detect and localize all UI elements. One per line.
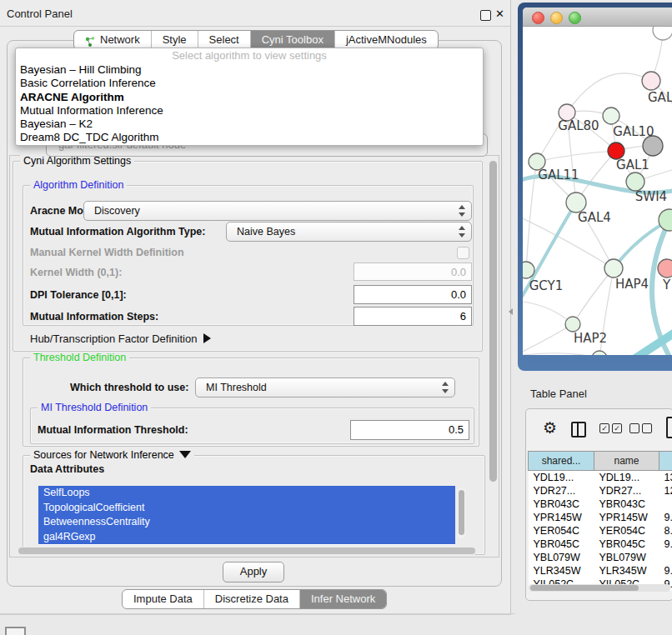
dropdown-item[interactable]: Bayesian – K2 <box>16 118 483 131</box>
tab-discretize-data[interactable]: Discretize Data <box>203 590 299 608</box>
attribute-list-item[interactable]: SelfLoops <box>38 486 455 501</box>
mi-algorithm-type-combo[interactable]: Naive Bayes <box>226 222 472 242</box>
float-icon[interactable] <box>480 10 491 21</box>
control-panel-title: Control Panel <box>7 8 73 20</box>
network-node[interactable] <box>653 27 672 40</box>
dropdown-item[interactable]: Dream8 DC_TDC Algorithm <box>16 131 483 144</box>
settings-scrollbar[interactable] <box>489 158 498 553</box>
attributes-hscrollbar[interactable] <box>17 547 478 555</box>
network-window-titlebar[interactable] <box>523 8 672 27</box>
table-row[interactable]: YDL19...YDL19...13 <box>529 471 672 485</box>
mi-threshold-field[interactable]: 0.5 <box>350 420 469 440</box>
column-header[interactable]: name <box>594 452 659 471</box>
expand-arrow-icon <box>203 333 211 343</box>
dropdown-item[interactable]: ARACNE Algorithm <box>16 91 483 104</box>
network-node-gal10[interactable] <box>603 108 619 124</box>
hub-definition-label: Hub/Transcription Factor Definition <box>30 332 197 345</box>
control-panel: Control Panel ✕ NetworkStyleSelectCyni T… <box>0 0 511 615</box>
minimized-window[interactable] <box>5 627 26 635</box>
mi-algorithm-type-label: Mutual Information Algorithm Type: <box>30 226 205 238</box>
apply-button[interactable]: Apply <box>223 562 284 582</box>
table-hscrollbar[interactable] <box>529 584 670 592</box>
network-node[interactable] <box>659 209 672 231</box>
table-hscrollbar-thumb[interactable] <box>530 585 639 591</box>
checked-checkbox-icon[interactable]: ✓ <box>599 423 609 433</box>
table-header-row: shared...name <box>529 452 672 471</box>
network-canvas[interactable]: GALGAL80GAL10GAL1GAL11SWI4GAL4GCY1HAP4YH… <box>523 27 672 355</box>
attribute-list-item[interactable]: BetweennessCentrality <box>38 515 455 530</box>
table-cell: YDL19... <box>594 471 659 485</box>
table-cell: YDR27... <box>529 484 594 498</box>
table-row[interactable]: YLR345WYLR345W9. <box>529 564 672 578</box>
dropdown-item[interactable]: Mutual Information Inference <box>16 104 483 118</box>
tab-infer-network[interactable]: Infer Network <box>299 590 386 608</box>
minimize-traffic-light-icon[interactable] <box>550 12 563 24</box>
table-cell: 9. <box>659 511 672 524</box>
tab-jactivemnodules[interactable]: jActiveMNodules <box>334 31 438 49</box>
attribute-list-item[interactable]: gal4RGexp <box>38 530 455 545</box>
aracne-mode-value: Discovery <box>94 205 140 217</box>
table-cell: YPR145W <box>529 511 594 524</box>
mi-steps-field[interactable]: 6 <box>354 307 472 326</box>
dpi-tolerance-field[interactable]: 0.0 <box>354 285 472 304</box>
table-row[interactable]: YBR043CYBR043C <box>529 498 672 511</box>
unchecked-checkbox-icon[interactable] <box>642 423 652 433</box>
network-node-gal1[interactable] <box>608 142 624 159</box>
network-node-gal[interactable] <box>642 72 660 90</box>
split-pane-collapse-icon[interactable] <box>509 308 513 315</box>
attributes-scrollbar[interactable] <box>458 488 465 538</box>
close-icon[interactable]: ✕ <box>495 8 504 20</box>
network-icon <box>85 35 96 46</box>
control-panel-titlebar: Control Panel ✕ <box>0 2 510 27</box>
checked-checkbox-icon[interactable]: ✓ <box>612 423 622 433</box>
table-row[interactable]: YBL079WYBL079W <box>529 551 672 564</box>
aracne-mode-combo[interactable]: Discovery <box>83 201 472 221</box>
dropdown-item[interactable]: Bayesian – Hill Climbing <box>16 63 483 77</box>
gear-icon[interactable]: ⚙ <box>543 418 557 438</box>
bottom-tabs: Impute DataDiscretize DataInfer Network <box>122 589 387 609</box>
manual-kernel-checkbox[interactable] <box>457 247 469 259</box>
mi-algorithm-type-value: Naive Bayes <box>237 226 295 238</box>
table-cell: 12 <box>659 484 672 498</box>
dropdown-items: Bayesian – Hill ClimbingBasic Correlatio… <box>16 63 483 145</box>
table-row[interactable]: YER054CYER054C8. <box>529 524 672 538</box>
column-header[interactable]: shared... <box>529 452 594 471</box>
table-row[interactable]: YBR045CYBR045C9. <box>529 538 672 551</box>
tab-select[interactable]: Select <box>198 31 250 49</box>
hub-definition-toggle[interactable]: Hub/Transcription Factor Definition <box>30 332 211 345</box>
zoom-traffic-light-icon[interactable] <box>569 12 581 24</box>
tab-network[interactable]: Network <box>74 31 151 49</box>
network-node-gcy1[interactable] <box>523 262 534 278</box>
attributes-hscrollbar-thumb[interactable] <box>18 548 475 554</box>
document-icon[interactable] <box>666 417 672 438</box>
unchecked-checkbox-icon[interactable] <box>629 423 639 433</box>
split-columns-icon[interactable] <box>571 422 586 438</box>
table-cell: YDL19... <box>529 471 594 485</box>
which-threshold-value: MI Threshold <box>206 382 267 393</box>
network-node-y[interactable] <box>658 259 672 278</box>
network-node-swi4[interactable] <box>626 172 644 191</box>
network-node-hap2[interactable] <box>565 317 580 332</box>
tab-impute-data[interactable]: Impute Data <box>123 590 203 608</box>
tab-cyni-toolbox[interactable]: Cyni Toolbox <box>250 31 334 49</box>
dropdown-item[interactable]: Basic Correlation Inference <box>16 77 483 90</box>
attributes-scrollbar-thumb[interactable] <box>459 490 464 535</box>
kernel-width-field[interactable]: 0.0 <box>354 262 472 281</box>
node-table: shared...name YDL19...YDL19...13YDR27...… <box>528 451 672 591</box>
network-node-hap4[interactable] <box>604 259 623 278</box>
mi-threshold-title: MI Threshold Definition <box>38 402 151 413</box>
table-cell: YPR145W <box>594 511 659 524</box>
network-node[interactable] <box>592 351 607 355</box>
close-traffic-light-icon[interactable] <box>532 12 544 24</box>
table-row[interactable]: YDR27...YDR27...12 <box>529 484 672 498</box>
attribute-list-item[interactable]: TopologicalCoefficient <box>38 501 455 516</box>
settings-scrollbar-thumb[interactable] <box>489 161 497 482</box>
table-cell: 9. <box>659 538 672 551</box>
column-header[interactable] <box>659 452 672 471</box>
table-row[interactable]: YPR145WYPR145W9. <box>529 511 672 524</box>
sources-title[interactable]: Sources for Network Inference <box>30 449 194 461</box>
which-threshold-combo[interactable]: MI Threshold <box>195 378 455 398</box>
tab-style[interactable]: Style <box>151 31 198 49</box>
data-attributes-list[interactable]: SelfLoopsTopologicalCoefficientBetweenne… <box>38 486 455 545</box>
node-label: GAL10 <box>613 124 654 139</box>
